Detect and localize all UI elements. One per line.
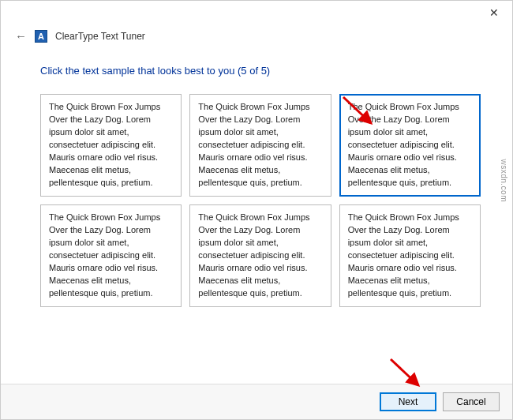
titlebar: ✕ <box>1 1 512 24</box>
cleartype-tuner-window: ✕ ← A ClearType Text Tuner Click the tex… <box>0 0 513 420</box>
close-button[interactable]: ✕ <box>482 6 506 19</box>
sample-grid: The Quick Brown Fox Jumps Over the Lazy … <box>40 94 481 307</box>
footer-buttons: Next Cancel <box>1 384 512 419</box>
text-sample-5[interactable]: The Quick Brown Fox Jumps Over the Lazy … <box>189 204 331 307</box>
back-arrow-icon[interactable]: ← <box>15 29 27 43</box>
next-button[interactable]: Next <box>380 392 436 411</box>
cancel-button[interactable]: Cancel <box>443 392 500 411</box>
header-row: ← A ClearType Text Tuner <box>1 24 512 43</box>
instruction-text: Click the text sample that looks best to… <box>40 65 481 77</box>
text-sample-6[interactable]: The Quick Brown Fox Jumps Over the Lazy … <box>339 204 481 307</box>
app-icon: A <box>35 30 47 43</box>
text-sample-4[interactable]: The Quick Brown Fox Jumps Over the Lazy … <box>40 204 182 307</box>
text-sample-2[interactable]: The Quick Brown Fox Jumps Over the Lazy … <box>189 94 331 197</box>
content-area: Click the text sample that looks best to… <box>1 43 512 384</box>
text-sample-1[interactable]: The Quick Brown Fox Jumps Over the Lazy … <box>40 94 182 197</box>
app-title: ClearType Text Tuner <box>55 31 145 42</box>
text-sample-3[interactable]: The Quick Brown Fox Jumps Over the Lazy … <box>339 94 481 197</box>
watermark-text: wsxdn.com <box>500 159 508 202</box>
